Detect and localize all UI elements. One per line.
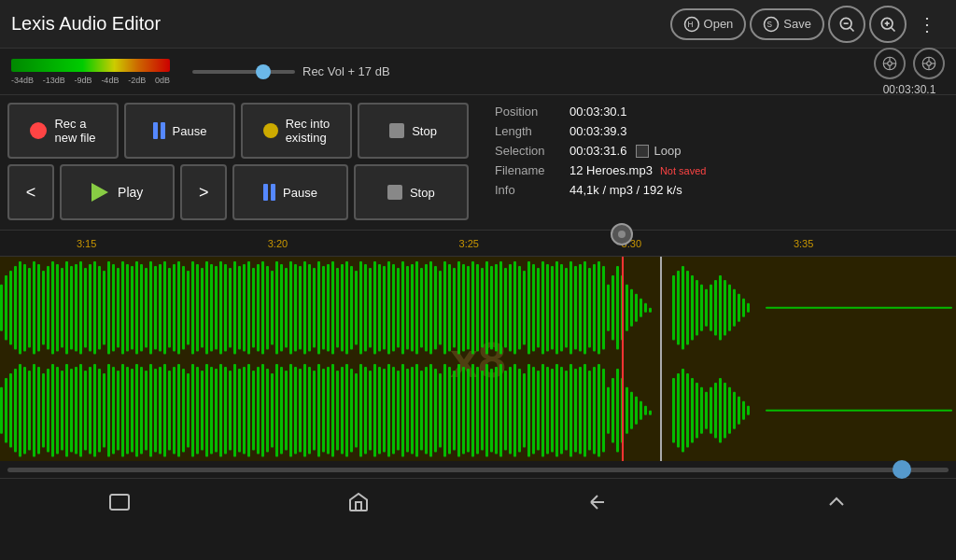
svg-rect-124 [471,261,474,355]
svg-rect-113 [420,268,423,348]
svg-rect-271 [420,370,423,450]
play-button[interactable]: Play [60,164,175,220]
svg-rect-283 [476,366,479,454]
svg-rect-338 [766,409,952,411]
prev-button[interactable]: < [7,164,54,220]
svg-rect-246 [303,363,306,456]
next-button[interactable]: > [180,164,227,220]
svg-rect-322 [677,372,680,447]
svg-rect-303 [569,363,572,456]
zoom-in-button[interactable] [869,6,907,43]
svg-rect-226 [210,366,213,454]
svg-rect-231 [233,363,236,456]
svg-rect-319 [644,405,647,414]
volume-control[interactable]: Rec Vol + 17 dB [192,64,390,78]
svg-rect-128 [490,266,493,350]
scrollbar-track[interactable] [7,468,949,472]
save-button[interactable]: S Save [750,8,824,40]
svg-rect-297 [541,363,544,456]
svg-rect-333 [728,386,731,433]
svg-rect-90 [313,268,316,348]
up-button[interactable] [808,483,865,521]
pause2-icon [263,184,275,201]
recent-apps-button[interactable] [91,483,148,521]
svg-rect-225 [205,363,208,456]
svg-rect-45 [103,271,105,345]
svg-rect-159 [635,294,638,322]
loop-label: Loop [654,144,681,158]
svg-rect-329 [710,386,712,433]
svg-rect-44 [98,266,101,350]
volume-slider-thumb[interactable] [256,64,271,79]
svg-rect-262 [378,366,381,454]
svg-rect-200 [89,366,91,454]
svg-rect-162 [649,308,652,313]
svg-rect-146 [574,266,577,350]
pause1-button[interactable]: Pause [124,103,235,159]
svg-rect-54 [145,268,148,348]
svg-rect-210 [135,363,138,456]
svg-rect-332 [724,382,726,438]
svg-rect-249 [317,363,320,456]
svg-rect-253 [336,370,339,450]
svg-rect-80 [266,266,269,350]
svg-rect-57 [159,264,162,352]
scrollbar-thumb[interactable] [893,460,911,479]
svg-rect-186 [23,366,26,454]
svg-rect-311 [607,386,610,433]
position-marker[interactable] [611,223,633,245]
home-button[interactable] [330,483,387,521]
svg-rect-87 [299,266,302,350]
svg-rect-251 [327,366,330,454]
svg-rect-330 [714,382,717,438]
selection-label: Selection [495,144,569,158]
open-button[interactable]: H Open [670,8,747,40]
svg-rect-47 [112,264,115,352]
svg-rect-118 [443,261,446,355]
svg-rect-166 [686,271,689,345]
svg-rect-302 [565,370,568,450]
svg-rect-199 [84,370,87,450]
svg-rect-53 [140,264,143,352]
svg-rect-46 [107,261,110,355]
svg-rect-64 [191,261,194,355]
app-title: Lexis Audio Editor [11,13,670,35]
svg-rect-321 [672,377,675,442]
waveform-bottom [0,359,956,462]
svg-rect-211 [140,366,143,454]
timeline-mark-315: 3:15 [77,238,96,249]
svg-rect-305 [579,366,582,454]
svg-rect-94 [331,261,334,355]
stop1-button[interactable]: Stop [358,103,469,159]
more-button[interactable]: ⋮ [910,9,945,39]
svg-rect-285 [485,363,488,456]
rec-into-existing-button[interactable]: Rec into existing [241,103,352,159]
zoom-out-button[interactable] [828,6,865,43]
svg-rect-295 [532,366,535,454]
svg-point-18 [927,61,932,65]
svg-rect-89 [308,264,311,352]
svg-rect-167 [691,275,694,341]
svg-rect-165 [682,266,684,350]
svg-rect-36 [61,268,63,348]
svg-rect-78 [257,264,260,352]
rec-new-file-button[interactable]: Rec a new file [7,103,119,159]
stop2-button[interactable]: Stop [354,164,469,220]
loop-checkbox[interactable] [636,145,649,158]
waveform-display[interactable]: x8 [0,257,956,461]
reel-left-icon [874,48,906,79]
svg-rect-147 [579,264,582,352]
svg-rect-339 [110,495,129,510]
svg-rect-145 [569,261,572,355]
svg-rect-120 [453,268,456,348]
svg-rect-108 [397,268,400,348]
svg-rect-243 [289,363,292,456]
svg-rect-84 [285,268,288,348]
svg-rect-155 [616,266,619,350]
pause2-button[interactable]: Pause [232,164,347,220]
play-icon [91,183,108,202]
svg-rect-93 [327,264,330,352]
scroll-bar-area[interactable] [0,461,956,478]
back-button[interactable] [569,483,626,521]
position-label: Position [495,105,569,119]
